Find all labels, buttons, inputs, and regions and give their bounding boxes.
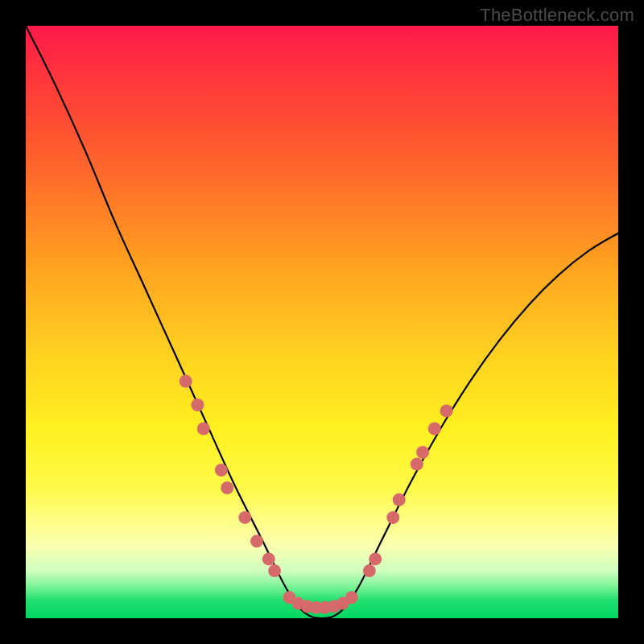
curve-marker: [250, 535, 263, 547]
curve-marker: [238, 511, 251, 524]
plot-area: [26, 26, 618, 618]
watermark-text: TheBottleneck.com: [480, 5, 634, 26]
curve-marker: [268, 564, 281, 577]
curve-marker: [221, 481, 233, 494]
curve-marker: [180, 375, 192, 388]
curve-marker: [345, 591, 358, 604]
bottleneck-curve: [26, 26, 618, 618]
curve-marker: [393, 493, 406, 506]
curve-marker: [363, 564, 376, 577]
curve-marker: [262, 552, 275, 565]
curve-marker: [411, 458, 423, 471]
chart-frame: TheBottleneck.com: [0, 0, 644, 644]
curve-marker: [191, 398, 204, 411]
curve-marker: [369, 552, 382, 565]
curve-marker: [197, 423, 210, 436]
curve-marker: [428, 423, 441, 436]
curve-marker: [440, 404, 453, 417]
curve-markers: [180, 375, 453, 614]
curve-marker: [416, 446, 429, 459]
curve-marker: [215, 464, 228, 477]
bottleneck-curve-svg: [26, 26, 618, 618]
curve-marker: [386, 511, 399, 524]
